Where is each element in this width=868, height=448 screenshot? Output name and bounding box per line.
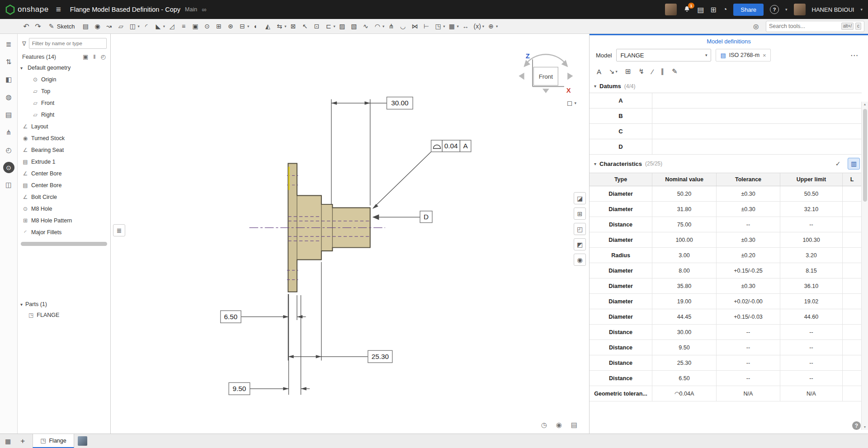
feature-tree-item[interactable]: ∠ Bearing Seat <box>18 144 110 156</box>
toolbar-feature-button[interactable]: ◳ <box>433 20 443 32</box>
toolbar-feature-button[interactable]: ◉ <box>92 20 103 32</box>
chevron-down-icon[interactable]: ▾ <box>616 69 618 74</box>
pmi-tool-button[interactable]: A ▾ <box>597 68 601 75</box>
undo-button[interactable]: ↶ <box>21 20 32 32</box>
dimension-9-50[interactable]: 9.50 <box>229 295 310 395</box>
toolbar-feature-button[interactable]: ⇆ <box>274 20 285 32</box>
view-orientation-button[interactable]: ◻ ▾ <box>567 99 576 107</box>
chevron-down-icon[interactable]: ▾ <box>382 24 384 28</box>
column-lower[interactable]: L <box>843 173 862 186</box>
feature-tree-item[interactable]: ⊞ M8 Hole Pattern <box>18 215 110 226</box>
pmi-tool-button[interactable]: ∥ ▾ <box>661 67 665 75</box>
viewport-tool-button[interactable]: ◰ <box>574 223 586 235</box>
toolbar-feature-button[interactable]: ◫ <box>127 20 138 32</box>
toolbar-feature-button[interactable]: ▱ <box>115 20 126 32</box>
search-tools-box[interactable]: alt+/ c <box>766 21 864 32</box>
characteristic-row[interactable]: Distance 25.30 -- -- <box>590 355 862 371</box>
characteristic-row[interactable]: Distance 9.50 -- -- <box>590 340 862 355</box>
toolbar-feature-button[interactable]: ⊞ <box>213 20 224 32</box>
toolbar-feature-button[interactable]: ⊏ <box>323 20 334 32</box>
toolbar-feature-button[interactable]: ⊛ <box>225 20 236 32</box>
chevron-down-icon[interactable]: ▾ <box>785 7 788 12</box>
topbar-icon[interactable]: ◔ <box>723 5 727 14</box>
graphics-viewport[interactable]: 30.00 0.04 A D <box>111 34 589 434</box>
strip-tool-icon[interactable]: ⊙ <box>3 162 14 173</box>
toolbar-feature-button[interactable]: ↖ <box>300 20 311 32</box>
toolbar-feature-button[interactable]: ▨ <box>337 20 348 32</box>
viewport-status-icon[interactable]: ◉ <box>556 421 562 429</box>
characteristic-row[interactable]: Diameter 8.00 +0.15/-0.25 8.15 <box>590 263 862 278</box>
column-nominal[interactable]: Nominal value <box>652 173 717 186</box>
strip-tool-icon[interactable]: ◧ <box>3 74 14 85</box>
notifications-button[interactable]: 1 <box>683 5 691 14</box>
toolbar-feature-button[interactable]: ◐ <box>250 20 261 32</box>
datum-row[interactable]: D <box>590 139 862 155</box>
fcf-profile-tolerance[interactable]: 0.04 A <box>373 140 471 209</box>
characteristic-row[interactable]: Diameter 44.45 +0.15/-0.03 44.60 <box>590 309 862 325</box>
characteristic-row[interactable]: Diameter 100.00 ±0.30 100.30 <box>590 232 862 248</box>
toolbar-feature-button[interactable]: ◭ <box>262 20 273 32</box>
share-link-icon[interactable]: ∞ <box>202 6 206 13</box>
feature-list-scrollbar-thumb[interactable] <box>21 242 107 246</box>
workspace-branch[interactable]: Main <box>185 6 197 13</box>
pmi-tool-button[interactable]: ✎ ▾ <box>672 67 678 75</box>
viewport-tool-button[interactable]: ◉ <box>574 254 586 266</box>
toolbar-feature-button[interactable]: ≡ <box>178 20 189 32</box>
feature-filter-input[interactable] <box>29 38 107 49</box>
strip-tool-icon[interactable]: ◫ <box>3 179 14 191</box>
pmi-tool-button[interactable]: ∕ ▾ <box>652 68 653 75</box>
viewport-tool-button[interactable]: ◩ <box>574 238 586 250</box>
strip-tool-icon[interactable]: ⋔ <box>3 127 14 138</box>
datum-d-label[interactable]: D <box>373 211 432 223</box>
chevron-down-icon[interactable]: ▾ <box>137 24 139 28</box>
toolbar-feature-button[interactable]: ◡ <box>397 20 408 32</box>
dimension-6-50[interactable]: 6.50 <box>221 294 306 323</box>
chevron-down-icon[interactable]: ▾ <box>482 24 484 28</box>
characteristic-row[interactable]: Diameter 31.80 ±0.30 32.10 <box>590 202 862 217</box>
toolbar-feature-button[interactable]: ◜ <box>141 20 152 32</box>
chevron-down-icon[interactable]: ▾ <box>457 24 458 28</box>
feature-list-popup-toggle[interactable]: ≣ <box>113 224 125 236</box>
toolbar-feature-button[interactable]: ↔ <box>460 20 471 32</box>
toolbar-feature-button[interactable]: ⊢ <box>421 20 432 32</box>
toolbar-feature-button[interactable]: ◠ <box>372 20 383 32</box>
toolbar-feature-button[interactable]: ▦ <box>446 20 457 32</box>
characteristic-row[interactable]: Radius 3.00 ±0.20 3.20 <box>590 248 862 263</box>
toolbar-feature-button[interactable]: (x) <box>472 20 483 32</box>
feature-tree-item[interactable]: ∠ Center Bore <box>18 168 110 179</box>
chevron-down-icon[interactable]: ▾ <box>20 302 23 307</box>
features-header-icon[interactable]: ▣ <box>83 53 88 60</box>
column-upper[interactable]: Upper limit <box>780 173 843 186</box>
strip-tool-icon[interactable]: ▤ <box>3 109 14 121</box>
toolbar-feature-button[interactable]: ▤ <box>80 20 91 32</box>
characteristic-row[interactable]: Distance 30.00 -- -- <box>590 325 862 340</box>
features-header-icon[interactable]: ‖ <box>93 53 95 60</box>
pmi-tool-button[interactable]: ⊞ ▾ <box>625 67 631 75</box>
topbar-icon[interactable]: ▤ <box>697 5 704 14</box>
chevron-down-icon[interactable]: ▾ <box>20 66 25 71</box>
characteristic-row[interactable]: Diameter 19.00 +0.02/-0.00 19.02 <box>590 294 862 309</box>
toolbar-feature-button[interactable]: ∿ <box>360 20 371 32</box>
toolbar-feature-button[interactable]: ⊡ <box>311 20 322 32</box>
characteristics-action-button[interactable]: ▥ <box>848 158 860 170</box>
chevron-down-icon[interactable]: ▾ <box>860 7 863 12</box>
view-cube[interactable]: Front Z X <box>519 52 573 94</box>
characteristic-row[interactable]: Distance 6.50 -- -- <box>590 371 862 386</box>
chevron-down-icon[interactable]: ▾ <box>334 24 335 28</box>
datum-value[interactable] <box>652 108 862 124</box>
viewport-status-icon[interactable]: ◷ <box>541 421 547 429</box>
column-tolerance[interactable]: Tolerance <box>717 173 780 186</box>
toolbar-feature-button[interactable]: ◣ <box>153 20 164 32</box>
share-button[interactable]: Share <box>733 4 764 16</box>
feature-tree-item[interactable]: ▾ Default geometry <box>18 62 110 74</box>
chevron-down-icon[interactable]: ▾ <box>594 161 596 166</box>
tab-collaborator-avatar[interactable] <box>78 436 87 446</box>
characteristic-row[interactable]: Geometric toleran... ◠0.04A N/A N/A <box>590 386 862 401</box>
strip-tool-icon[interactable]: ◴ <box>3 144 14 156</box>
strip-tool-icon[interactable]: ⇅ <box>3 56 14 68</box>
pmi-tool-button[interactable]: ↯ ▾ <box>638 67 644 75</box>
tab-manager-icon[interactable]: ▦ <box>3 438 13 445</box>
feature-tree-item[interactable]: ▱ Right <box>18 109 110 121</box>
chevron-down-icon[interactable]: ▾ <box>284 24 286 28</box>
pmi-tool-button[interactable]: ↘ ▾ <box>609 67 618 75</box>
